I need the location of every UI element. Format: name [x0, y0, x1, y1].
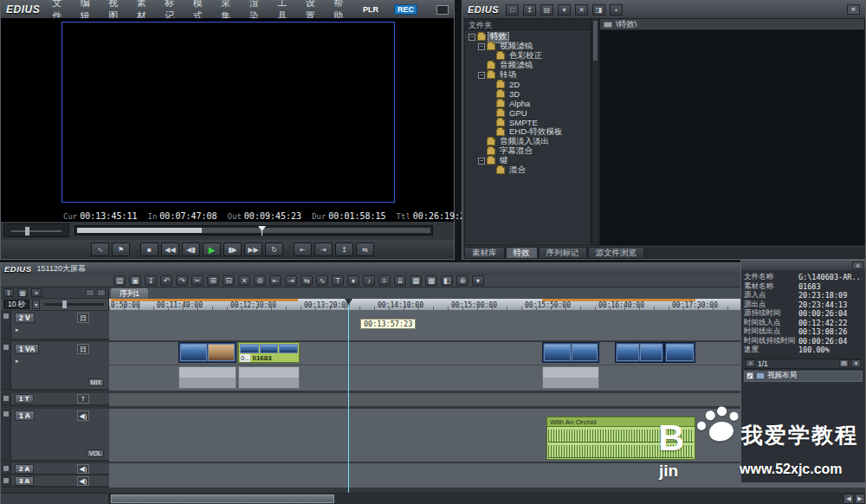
lock-icon[interactable]: ▪ [610, 4, 623, 16]
palette-tab[interactable]: 序列标记 [539, 247, 587, 259]
track-header-1t[interactable]: 1 T T [1, 393, 109, 406]
track-name[interactable]: 2 V [15, 313, 35, 323]
previous-frame-button[interactable]: ◀▮ [182, 242, 200, 256]
add-transition-icon[interactable]: ∿ [316, 275, 328, 286]
audio-clip-block[interactable] [178, 366, 236, 389]
tree-item[interactable]: 混合 [465, 165, 591, 175]
goto-out-button[interactable]: ⇥ [314, 242, 333, 256]
video-channel-icon[interactable]: 日 [77, 344, 89, 354]
video-clip[interactable] [664, 342, 695, 363]
expand-arrow-icon[interactable]: ▸ [16, 358, 19, 365]
lock-icon[interactable] [3, 313, 9, 319]
track-header-2a[interactable]: 2 A ◀) [1, 463, 109, 475]
loop-button[interactable]: ↻ [265, 242, 283, 256]
audio-clip-block[interactable] [238, 366, 300, 389]
scrollbar-thumb[interactable] [111, 494, 334, 503]
palette-tab[interactable]: 素材库 [464, 247, 505, 259]
lock-icon[interactable] [3, 478, 9, 483]
timeline-horizontal-scrollbar[interactable]: ◀ ▶ [1, 493, 865, 504]
set-out-icon[interactable]: ⇥ [285, 275, 297, 286]
track-name[interactable]: 2 A [15, 464, 34, 474]
ripple-delete-icon[interactable]: ✕ [238, 275, 250, 286]
track-name[interactable]: 1 A [15, 410, 35, 421]
palette-tab[interactable]: 特效 [506, 247, 538, 259]
stop-button[interactable]: ■ [140, 242, 158, 256]
dock-window-icon[interactable]: □ [506, 4, 519, 16]
add-keyframe-icon[interactable]: ♦ [347, 275, 359, 286]
shuttle-icon[interactable]: ∿ [91, 242, 109, 256]
timeline-titlebar[interactable]: EDIUS 151120大屏幕 ✕ [1, 263, 865, 275]
open-project-icon[interactable]: ▣ [129, 275, 141, 286]
voice-over-icon[interactable]: ♪ [363, 275, 375, 286]
track-header-1a[interactable]: 1 A ◀) VOL [1, 409, 109, 462]
palette-tab[interactable]: 源文件浏览 [588, 247, 645, 259]
monitor-toggle-icon[interactable] [436, 5, 449, 15]
jog-icon[interactable]: ⚑ [112, 242, 130, 256]
list-view-icon[interactable]: ≡ [746, 359, 755, 367]
paste-icon[interactable]: ⊟ [223, 275, 235, 286]
preview-titlebar[interactable]: EDIUS 文件编辑视图素材标记模式采集渲染工具设置帮助 PLR REC [1, 1, 454, 18]
goto-in-button[interactable]: ⇤ [294, 242, 312, 256]
close-icon[interactable]: ✕ [847, 4, 860, 15]
rec-mode-button[interactable]: REC [394, 4, 417, 15]
import-icon[interactable]: ⇊ [394, 275, 406, 286]
grid-view-icon[interactable]: ▦ [410, 275, 422, 286]
render-icon[interactable]: ▩ [425, 275, 437, 286]
up-folder-icon[interactable]: ↥ [523, 4, 536, 16]
save-project-icon[interactable]: ↧ [145, 275, 157, 286]
scroll-right-button[interactable]: ▶ [855, 494, 865, 504]
tree-scrollbar-thumb[interactable] [593, 21, 598, 61]
set-in-icon[interactable]: ⇤ [269, 275, 281, 286]
volume-button[interactable]: VOL [87, 449, 104, 457]
tree-scrollbar[interactable] [591, 18, 599, 246]
cut-icon[interactable]: ✂ [191, 275, 204, 286]
fast-forward-button[interactable]: ▶▶ [244, 242, 262, 256]
checkbox-checked-icon[interactable]: ✓ [746, 372, 753, 379]
zoom-slider-thumb[interactable] [62, 300, 67, 308]
layout-settings-icon[interactable]: ▤ [839, 359, 849, 367]
jog-thumb[interactable] [25, 227, 29, 236]
copy-icon[interactable]: ⊞ [207, 275, 219, 286]
jog-control[interactable] [3, 223, 69, 237]
tree-toggle-icon[interactable]: − [469, 34, 475, 41]
tree-toggle-icon[interactable]: − [478, 72, 485, 79]
mix-button[interactable]: MIX [88, 378, 104, 386]
track-option-box[interactable] [86, 289, 94, 296]
delete-icon[interactable]: ⊘ [254, 275, 266, 286]
rewind-button[interactable]: ◀◀ [161, 242, 179, 256]
next-frame-button[interactable]: ▮▶ [223, 242, 242, 256]
position-bar[interactable] [74, 225, 433, 236]
track-height-icon[interactable]: ⇕ [3, 288, 14, 297]
expand-arrow-icon[interactable]: ▸ [16, 326, 19, 333]
playhead-line[interactable] [348, 299, 349, 493]
plr-mode-button[interactable]: PLR [363, 5, 378, 14]
effects-titlebar[interactable]: EDIUS □↥▤▾✕◨▪ ✕ [462, 1, 865, 18]
video-channel-icon[interactable]: 日 [77, 313, 89, 323]
video-layout-row[interactable]: ✓ 视频布局 [744, 371, 863, 382]
remove-layout-icon[interactable]: ▾ [851, 359, 861, 367]
view-mode-icon[interactable]: ◨ [592, 4, 605, 16]
collapse-icon[interactable]: ▾ [558, 4, 571, 16]
track-header-3a[interactable]: 3 A ◀) [1, 475, 109, 488]
tree-item[interactable]: −转场 [465, 70, 591, 80]
speaker-icon[interactable]: ◀) [77, 464, 89, 474]
export-button[interactable]: ↥ [335, 242, 353, 256]
display-mode-icon[interactable]: ◧ [441, 275, 453, 286]
video-clip[interactable] [178, 342, 236, 363]
scroll-left-button[interactable]: ◀ [843, 494, 854, 504]
video-clip[interactable] [542, 342, 599, 363]
add-track-icon[interactable]: ⊕ [456, 275, 469, 286]
tree-item[interactable]: 3D [465, 89, 591, 99]
undo-icon[interactable]: ↶ [160, 275, 172, 286]
title-channel-icon[interactable]: T [77, 394, 89, 404]
zoom-level-select[interactable]: 10 秒 [3, 300, 29, 309]
audio-clip-block[interactable] [542, 366, 599, 389]
tree-item[interactable]: −键 [465, 156, 591, 165]
new-folder-icon[interactable]: ▤ [540, 4, 553, 16]
tree-item[interactable]: 2D [465, 80, 591, 89]
scrollbar-track[interactable] [109, 494, 843, 504]
new-sequence-icon[interactable]: ▤ [113, 275, 126, 286]
tree-toggle-icon[interactable]: − [478, 43, 485, 50]
tree-item[interactable]: 字幕混合 [465, 146, 591, 156]
track-option-box[interactable] [97, 289, 106, 296]
